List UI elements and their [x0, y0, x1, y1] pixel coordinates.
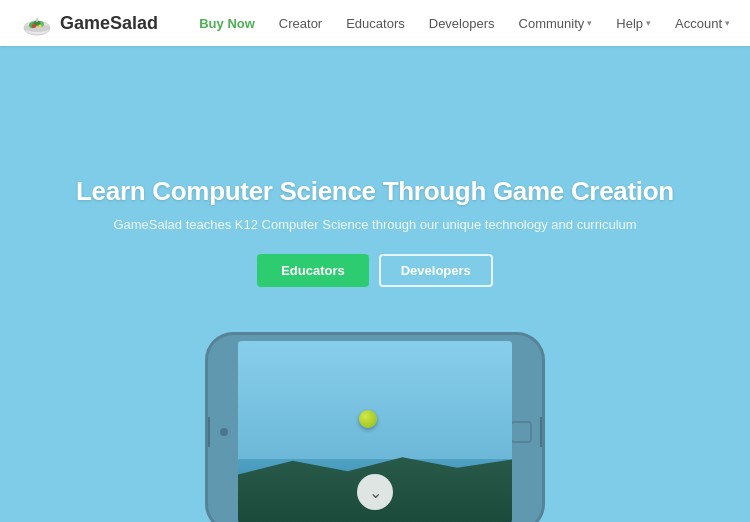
nav-item-educators[interactable]: Educators — [346, 16, 405, 31]
phone-home-button — [510, 421, 532, 443]
help-chevron-icon: ▾ — [646, 18, 651, 28]
phone-sky — [238, 341, 512, 459]
hero-section: Learn Computer Science Through Game Crea… — [0, 0, 750, 522]
nav-item-buy-now[interactable]: Buy Now — [199, 16, 255, 31]
developers-button[interactable]: Developers — [379, 254, 493, 287]
scroll-down-button[interactable]: ⌄ — [357, 474, 393, 510]
nav-item-community[interactable]: Community ▾ — [519, 16, 593, 31]
educators-button[interactable]: Educators — [257, 254, 369, 287]
nav-item-creator[interactable]: Creator — [279, 16, 322, 31]
svg-rect-7 — [36, 18, 38, 22]
phone-camera — [220, 428, 228, 436]
svg-point-5 — [32, 24, 36, 28]
chevron-down-icon: ⌄ — [369, 483, 382, 502]
hero-title: Learn Computer Science Through Game Crea… — [76, 176, 674, 207]
svg-point-6 — [39, 25, 42, 28]
phone-game-ball — [359, 410, 377, 428]
phone-right-button — [540, 417, 545, 447]
header: GameSalad Buy Now Creator Educators Deve… — [0, 0, 750, 46]
logo-text: GameSalad — [60, 13, 158, 34]
phone-left-button — [205, 417, 210, 447]
logo-icon — [20, 6, 54, 40]
hero-subtitle: GameSalad teaches K12 Computer Science t… — [76, 217, 674, 232]
community-chevron-icon: ▾ — [587, 18, 592, 28]
main-nav: Buy Now Creator Educators Developers Com… — [199, 16, 730, 31]
logo[interactable]: GameSalad — [20, 6, 158, 40]
account-chevron-icon: ▾ — [725, 18, 730, 28]
nav-item-help[interactable]: Help ▾ — [616, 16, 651, 31]
hero-buttons: Educators Developers — [76, 254, 674, 287]
nav-item-developers[interactable]: Developers — [429, 16, 495, 31]
nav-item-account[interactable]: Account ▾ — [675, 16, 730, 31]
hero-content: Learn Computer Science Through Game Crea… — [76, 176, 674, 287]
